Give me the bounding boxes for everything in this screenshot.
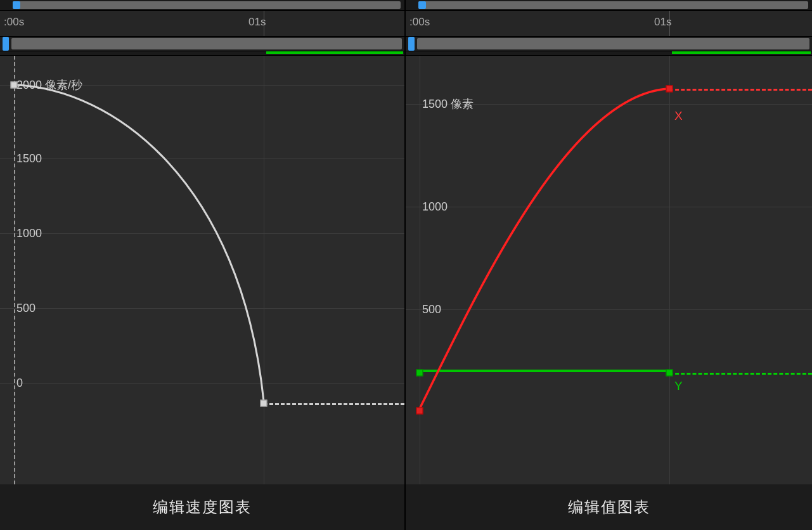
y-tick-label: 0 [16, 377, 23, 390]
y-keyframe-end[interactable] [666, 370, 673, 377]
y-tick-label: 1500 [16, 152, 42, 165]
gridline-v [669, 56, 670, 484]
gridline-h [0, 308, 404, 309]
playhead-handle[interactable] [408, 37, 415, 51]
gridline-h [406, 309, 812, 310]
horizontal-scrollbar[interactable] [406, 0, 812, 11]
cache-strip [406, 51, 812, 56]
work-area-bar[interactable] [0, 37, 404, 51]
scrollbar-thumb[interactable] [13, 1, 20, 9]
playhead-handle[interactable] [3, 37, 9, 51]
y-axis-letter: Y [674, 379, 683, 393]
gridline-h [0, 158, 404, 159]
scrollbar-track[interactable] [418, 1, 808, 9]
y-tick-label: 2000 像素/秒 [16, 77, 82, 93]
ruler-tick-label: 01s [654, 16, 671, 29]
work-area-track[interactable] [11, 38, 402, 49]
speed-graph-panel: :00s 01s [0, 0, 406, 484]
gridline-v [264, 56, 264, 484]
value-curves [406, 56, 812, 484]
work-area-bar[interactable] [406, 37, 812, 51]
caption-row: 编辑速度图表 编辑值图表 [0, 484, 812, 530]
speed-graph-caption: 编辑速度图表 [0, 484, 406, 530]
gridline-h [0, 383, 404, 384]
value-dashed-extension [264, 403, 404, 405]
y-tick-label: 1500 像素 [422, 96, 474, 112]
cached-range [266, 51, 403, 54]
cached-range [672, 51, 811, 54]
cache-strip [0, 51, 404, 56]
keyframe-end[interactable] [261, 400, 267, 407]
y-dashed-extension [669, 373, 812, 375]
value-graph[interactable]: 1500 像素 1000 500 [406, 56, 812, 484]
scrollbar-track[interactable] [13, 1, 401, 9]
x-dashed-extension [669, 89, 812, 91]
y-tick-label: 1000 [16, 227, 42, 240]
horizontal-scrollbar[interactable] [0, 0, 404, 11]
keyframe-start[interactable] [11, 82, 18, 89]
x-keyframe-end[interactable] [666, 86, 673, 93]
ruler-tick-label: 01s [248, 16, 266, 29]
time-ruler[interactable]: :00s 01s [0, 11, 404, 37]
ruler-tick-label: :00s [4, 16, 24, 29]
value-graph-panel: :00s 01s 1500 像素 [406, 0, 812, 484]
gridline-v [420, 56, 420, 484]
gridline-h [0, 233, 404, 234]
y-tick-label: 500 [422, 303, 441, 316]
work-area-track[interactable] [417, 38, 809, 49]
y-tick-label: 500 [16, 302, 35, 315]
time-ruler[interactable]: :00s 01s [406, 11, 812, 37]
gridline-h [406, 207, 812, 207]
x-axis-letter: X [674, 109, 683, 123]
ruler-tick-label: :00s [409, 16, 430, 29]
x-keyframe-start[interactable] [416, 408, 423, 415]
speed-graph[interactable]: 2000 像素/秒 1500 1000 500 0 [0, 56, 404, 484]
y-tick-label: 1000 [422, 200, 448, 214]
speed-curve [0, 56, 404, 484]
value-graph-caption: 编辑值图表 [406, 484, 812, 530]
y-keyframe-start[interactable] [416, 370, 423, 377]
y-axis [14, 56, 15, 484]
scrollbar-thumb[interactable] [418, 1, 426, 9]
